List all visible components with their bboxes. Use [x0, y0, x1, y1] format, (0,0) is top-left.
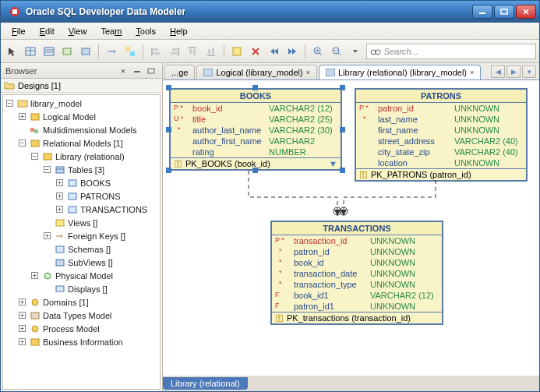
minimize-panel-icon[interactable] [131, 65, 143, 76]
tree[interactable]: −library_model +Logical Model Multidimen… [2, 94, 161, 390]
tree-tables[interactable]: −Tables [3] [3, 163, 161, 176]
subview-icon[interactable] [122, 44, 138, 59]
materialized-icon[interactable] [78, 44, 94, 59]
svg-rect-7 [44, 48, 54, 55]
svg-rect-10 [63, 48, 71, 55]
svg-rect-21 [189, 49, 192, 54]
tree-views[interactable]: Views [] [3, 216, 161, 229]
svg-point-62 [340, 207, 348, 215]
svg-rect-58 [31, 339, 39, 345]
svg-rect-13 [130, 51, 135, 56]
maximize-button[interactable] [494, 5, 514, 19]
entity-patrons[interactable]: PATRONS P *patron_idUNKNOWN *last_nameUN… [355, 88, 528, 182]
close-tab-icon[interactable]: × [306, 69, 310, 76]
tree-transactions[interactable]: +TRANSACTIONS [3, 203, 161, 216]
svg-rect-19 [171, 52, 177, 55]
tab-logical[interactable]: Logical (library_model)× [196, 65, 317, 79]
svg-rect-39 [18, 101, 27, 107]
design-toolbar: Designs [1] [1, 79, 162, 93]
menu-help[interactable]: Help [164, 25, 194, 37]
nav-prev-icon[interactable]: ◀ [491, 65, 505, 78]
align-left-icon[interactable] [148, 44, 164, 59]
browser-header: Browser × [1, 63, 162, 79]
svg-rect-60 [326, 69, 335, 76]
tree-process[interactable]: +Process Model [3, 322, 161, 335]
svg-rect-38 [148, 69, 154, 73]
menu-tools[interactable]: Tools [129, 25, 162, 37]
tree-business[interactable]: +Business Information [3, 335, 161, 348]
zoomin-icon[interactable] [310, 44, 326, 59]
tree-displays[interactable]: Displays [] [3, 282, 161, 295]
nav-next-icon[interactable]: ▶ [506, 65, 521, 78]
svg-rect-41 [30, 128, 34, 132]
footer-tab-library[interactable]: Library (relational) [163, 377, 248, 390]
tree-physical[interactable]: +Physical Model [3, 269, 161, 282]
nav-list-icon[interactable]: ▾ [522, 65, 536, 78]
menu-view[interactable]: View [62, 25, 94, 37]
tree-schemas[interactable]: Schemas [] [3, 242, 161, 256]
svg-rect-18 [172, 48, 177, 51]
tree-relational[interactable]: −Relational Models [1] [3, 136, 161, 150]
browser-title: Browser [5, 66, 37, 76]
tabrow: ...ge Logical (library_model)× Library (… [163, 63, 539, 80]
tree-fkeys[interactable]: +Foreign Keys [] [3, 229, 161, 242]
align-right-icon[interactable] [167, 44, 182, 59]
tree-subviews[interactable]: SubViews [] [3, 256, 161, 269]
key-icon: ⚿ [359, 170, 368, 179]
entity-title: PATRONS [356, 90, 526, 103]
svg-point-61 [334, 207, 341, 215]
pointer-icon[interactable] [4, 44, 19, 59]
view-icon[interactable] [59, 44, 75, 59]
svg-rect-11 [82, 48, 90, 55]
tree-books[interactable]: +BOOKS [3, 176, 161, 189]
minimize-button[interactable] [472, 5, 492, 19]
close-panel-icon[interactable]: × [117, 65, 129, 76]
svg-line-28 [319, 53, 322, 55]
delete-icon[interactable] [248, 44, 263, 59]
svg-rect-37 [134, 71, 140, 72]
svg-rect-48 [69, 193, 76, 200]
entity-columns: P *book_idVARCHAR2 (12)U *titleVARCHAR2 … [171, 103, 341, 157]
table-icon[interactable] [23, 44, 38, 59]
entity-title: TRANSACTIONS [272, 222, 442, 235]
rewind-icon[interactable] [266, 44, 282, 59]
tree-multi[interactable]: Multidimensional Models [3, 123, 161, 136]
tab-startpage[interactable]: ...ge [164, 65, 195, 79]
close-tab-icon[interactable]: × [470, 69, 474, 76]
close-button[interactable] [516, 5, 536, 19]
align-top-icon[interactable] [185, 44, 200, 59]
menu-file[interactable]: File [5, 25, 32, 37]
align-bottom-icon[interactable] [203, 44, 219, 59]
menu-edit[interactable]: Edit [34, 25, 61, 37]
forward-icon[interactable] [285, 44, 301, 59]
folder-open-icon[interactable] [4, 80, 15, 91]
zoomout-icon[interactable] [329, 44, 344, 59]
chevron-down-icon[interactable] [348, 44, 363, 59]
tree-domains[interactable]: +Domains [1] [3, 295, 161, 309]
search-input[interactable]: Search... [366, 44, 536, 59]
tree-library[interactable]: −Library (relational) [3, 150, 161, 163]
menubar: File Edit View Team Tools Help [1, 23, 539, 40]
note-icon[interactable] [229, 44, 245, 59]
fk-icon[interactable] [104, 44, 119, 59]
tree-datatypes[interactable]: +Data Types Model [3, 309, 161, 322]
diagram-canvas[interactable]: BOOKS P *book_idVARCHAR2 (12)U *titleVAR… [163, 80, 539, 376]
menu-team[interactable]: Team [94, 25, 128, 37]
tree-root[interactable]: −library_model [3, 97, 161, 110]
svg-rect-2 [479, 12, 485, 14]
key-icon: ⚿ [275, 313, 284, 323]
svg-rect-56 [31, 313, 39, 319]
tree-logical[interactable]: +Logical Model [3, 110, 161, 123]
restore-panel-icon[interactable] [145, 65, 157, 76]
entity-columns: P *patron_idUNKNOWN *last_nameUNKNOWNfir… [356, 103, 526, 168]
tab-library-relational[interactable]: Library (relational) (library_model)× [319, 65, 481, 79]
browser-panel: Browser × Designs [1] −library_model +Lo… [1, 63, 163, 391]
entity-transactions[interactable]: TRANSACTIONS P *transaction_idUNKNOWN *p… [270, 221, 443, 325]
tree-patrons[interactable]: +PATRONS [3, 189, 161, 203]
svg-rect-49 [69, 207, 76, 213]
svg-point-55 [32, 299, 38, 305]
table2-icon[interactable] [41, 44, 57, 59]
entity-books[interactable]: BOOKS P *book_idVARCHAR2 (12)U *titleVAR… [169, 88, 342, 171]
svg-rect-44 [44, 154, 51, 160]
svg-rect-26 [233, 48, 241, 55]
